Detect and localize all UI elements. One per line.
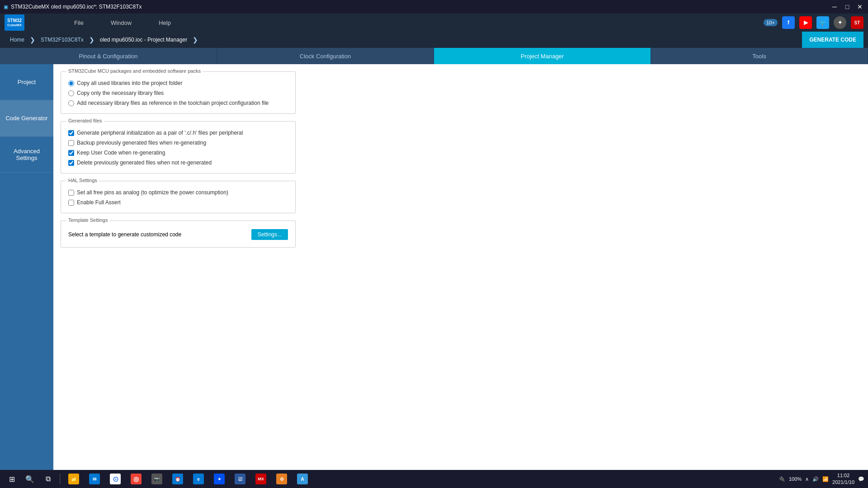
- checkbox-keep-user-code[interactable]: Keep User Code when re-generating: [68, 150, 288, 156]
- checkbox-enable-full-assert[interactable]: Enable Full Assert: [68, 199, 288, 206]
- breadcrumb-home[interactable]: Home: [5, 34, 30, 46]
- sidebar-item-advanced-settings[interactable]: Advanced Settings: [0, 136, 53, 173]
- twitter-icon[interactable]: 🐦: [816, 16, 829, 29]
- logo-area: STM32 CubeMX: [5, 14, 24, 31]
- radio-add-reference-input[interactable]: [68, 100, 74, 106]
- menu-bar: STM32 CubeMX File Window Help 10+ f ▶ 🐦 …: [0, 14, 868, 32]
- taskbar-app-stm-tool1[interactable]: ⚙: [272, 471, 292, 487]
- title-bar: ▣ STM32CubeMX oled mpu6050.ioc*: STM32F1…: [0, 0, 868, 14]
- tab-clock[interactable]: Clock Configuration: [217, 48, 434, 64]
- checkbox-gen-peripheral-input[interactable]: [68, 130, 74, 136]
- breadcrumb-arrow-2: ❯: [89, 36, 94, 43]
- menu-right: 10+ f ▶ 🐦 ✦ ST: [764, 16, 863, 29]
- tab-bar: Pinout & Configuration Clock Configurati…: [0, 48, 868, 64]
- minimize-button[interactable]: ─: [830, 3, 839, 10]
- generate-code-button[interactable]: GENERATE CODE: [802, 32, 863, 48]
- close-button[interactable]: ✕: [855, 3, 864, 10]
- start-button[interactable]: ⊞: [4, 471, 20, 487]
- breadcrumb-arrow-1: ❯: [30, 36, 35, 43]
- taskbar-battery: 100%: [789, 476, 802, 482]
- taskbar-app-edge[interactable]: e: [189, 471, 208, 487]
- youtube-icon[interactable]: ▶: [799, 16, 812, 29]
- checkbox-backup-files[interactable]: Backup previously generated files when r…: [68, 140, 288, 146]
- task-view-button[interactable]: ⧉: [40, 471, 56, 487]
- title-bar-left: ▣ STM32CubeMX oled mpu6050.ioc*: STM32F1…: [4, 4, 142, 10]
- checkbox-delete-prev-input[interactable]: [68, 160, 74, 166]
- app-logo: STM32 CubeMX: [5, 14, 24, 31]
- generated-files-legend: Generated files: [66, 118, 104, 123]
- sidebar-item-code-generator[interactable]: Code Generator: [0, 100, 53, 136]
- checkbox-delete-prev[interactable]: Delete previously generated files when n…: [68, 160, 288, 166]
- checkbox-enable-full-assert-input[interactable]: [68, 200, 74, 206]
- mcu-packages-legend: STM32Cube MCU packages and embedded soft…: [66, 68, 203, 74]
- main-layout: Project Code Generator Advanced Settings…: [0, 64, 868, 470]
- title-bar-controls: ─ □ ✕: [830, 3, 864, 10]
- st-icon[interactable]: ST: [851, 16, 863, 29]
- hal-settings-options: Set all free pins as analog (to optimize…: [68, 187, 288, 206]
- taskbar-app-clock[interactable]: ⏰: [168, 471, 188, 487]
- hal-settings-section: HAL Settings Set all free pins as analog…: [61, 181, 296, 213]
- taskbar-app-mx[interactable]: MX: [251, 471, 271, 487]
- checkbox-keep-user-code-input[interactable]: [68, 150, 74, 156]
- radio-copy-necessary-input[interactable]: [68, 90, 74, 96]
- template-settings-section: Template Settings Select a template to g…: [61, 221, 296, 248]
- menu-items: File Window Help: [33, 16, 764, 30]
- taskbar-app-chrome2[interactable]: ◎: [126, 471, 146, 487]
- generated-files-section: Generated files Generate peripheral init…: [61, 121, 296, 174]
- maximize-button[interactable]: □: [843, 3, 852, 10]
- radio-copy-all[interactable]: Copy all used libraries into the project…: [68, 80, 288, 86]
- menu-window[interactable]: Window: [106, 16, 136, 30]
- taskbar-chevron-icon: ∧: [805, 476, 809, 482]
- taskbar-network-icon: 📶: [822, 476, 829, 482]
- taskbar-app-mail2[interactable]: ✦: [209, 471, 229, 487]
- radio-add-reference[interactable]: Add necessary library files as reference…: [68, 100, 288, 106]
- radio-copy-all-input[interactable]: [68, 80, 74, 86]
- taskbar-app-file-explorer[interactable]: 📁: [64, 471, 84, 487]
- taskbar-volume-icon: 🔊: [812, 476, 819, 482]
- sidebar-item-project[interactable]: Project: [0, 64, 53, 100]
- version-badge: 10+: [764, 19, 778, 26]
- taskbar-app-mail[interactable]: ✉: [85, 471, 104, 487]
- taskbar-app-stm-tool2[interactable]: A: [292, 471, 312, 487]
- search-button[interactable]: 🔍: [22, 471, 38, 487]
- checkbox-set-analog-input[interactable]: [68, 190, 74, 196]
- sidebar: Project Code Generator Advanced Settings: [0, 64, 53, 470]
- template-description: Select a template to generate customized…: [68, 231, 181, 238]
- tab-pinout[interactable]: Pinout & Configuration: [0, 48, 217, 64]
- mcu-packages-section: STM32Cube MCU packages and embedded soft…: [61, 71, 296, 114]
- checkbox-gen-peripheral[interactable]: Generate peripheral initialization as a …: [68, 130, 288, 136]
- template-settings-button[interactable]: Settings...: [251, 229, 288, 240]
- taskbar-battery-icon: 🔌: [779, 476, 785, 482]
- facebook-icon[interactable]: f: [782, 16, 795, 29]
- menu-help[interactable]: Help: [154, 16, 175, 30]
- tab-tools[interactable]: Tools: [651, 48, 868, 64]
- taskbar-time: 11:02 2021/1/10: [832, 472, 854, 486]
- breadcrumb: Home ❯ STM32F103C8Tx ❯ oled mpu6050.ioc …: [0, 32, 868, 48]
- taskbar-app-todo[interactable]: ☑: [230, 471, 250, 487]
- menu-file[interactable]: File: [70, 16, 88, 30]
- radio-copy-necessary[interactable]: Copy only the necessary library files: [68, 90, 288, 96]
- checkbox-set-analog[interactable]: Set all free pins as analog (to optimize…: [68, 189, 288, 196]
- window-title: STM32CubeMX oled mpu6050.ioc*: STM32F103…: [11, 4, 142, 10]
- taskbar-app-chrome[interactable]: ⊙: [105, 471, 125, 487]
- content-area: STM32Cube MCU packages and embedded soft…: [53, 64, 868, 470]
- template-settings-legend: Template Settings: [66, 217, 109, 223]
- taskbar-notification-icon[interactable]: 💬: [858, 476, 864, 482]
- generated-files-options: Generate peripheral initialization as a …: [68, 127, 288, 166]
- breadcrumb-arrow-3: ❯: [193, 36, 198, 43]
- tab-project-manager[interactable]: Project Manager: [434, 48, 651, 64]
- breadcrumb-chip[interactable]: STM32F103C8Tx: [35, 34, 89, 46]
- breadcrumb-project[interactable]: oled mpu6050.ioc - Project Manager: [94, 34, 193, 46]
- taskbar: ⊞ 🔍 ⧉ 📁 ✉ ⊙ ◎ 📷 ⏰ e ✦ ☑ MX: [0, 470, 868, 488]
- taskbar-app-camera[interactable]: 📷: [147, 471, 167, 487]
- network-icon[interactable]: ✦: [834, 16, 846, 29]
- taskbar-apps: 📁 ✉ ⊙ ◎ 📷 ⏰ e ✦ ☑ MX ⚙: [64, 471, 777, 487]
- mcu-packages-options: Copy all used libraries into the project…: [68, 77, 288, 106]
- template-row: Select a template to generate customized…: [68, 226, 288, 240]
- checkbox-backup-files-input[interactable]: [68, 140, 74, 146]
- hal-settings-legend: HAL Settings: [66, 178, 99, 183]
- taskbar-separator-1: [60, 474, 60, 484]
- taskbar-right: 🔌 100% ∧ 🔊 📶 11:02 2021/1/10 💬: [779, 472, 864, 486]
